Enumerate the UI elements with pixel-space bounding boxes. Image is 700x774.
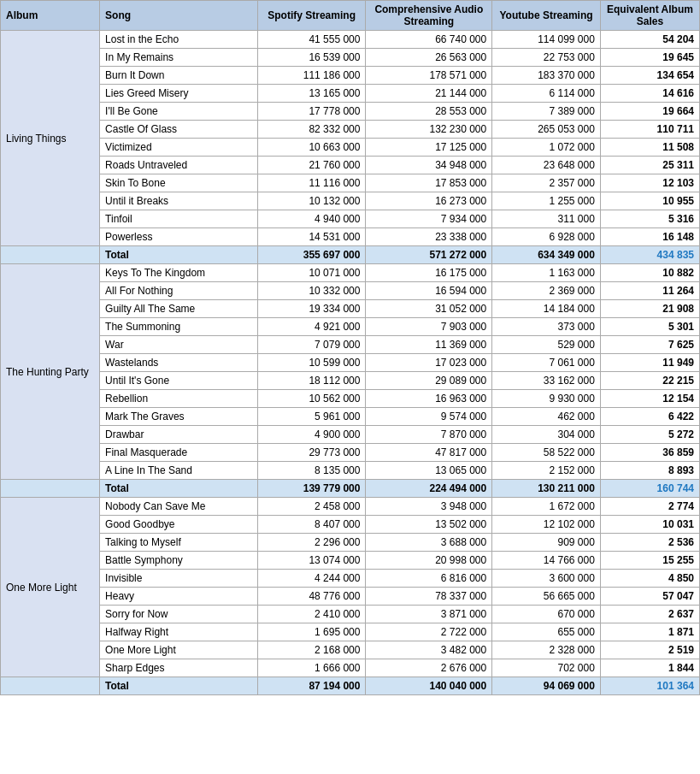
spotify-value: 21 760 000: [257, 157, 366, 174]
song-name: Sorry for Now: [100, 606, 258, 623]
total-row: Total87 194 000140 040 00094 069 000101 …: [1, 677, 700, 695]
spotify-value: 16 539 000: [257, 49, 366, 67]
table-row: Drawbar4 900 0007 870 000304 0005 272: [1, 426, 700, 444]
song-name: All For Nothing: [100, 282, 258, 300]
song-name: Guilty All The Same: [100, 300, 258, 318]
comprehensive-value: 21 144 000: [366, 85, 492, 103]
spotify-value: 11 116 000: [257, 174, 366, 192]
song-name: A Line In The Sand: [100, 462, 258, 480]
equivalent-value: 12 154: [600, 390, 699, 408]
spotify-value: 10 132 000: [257, 192, 366, 210]
song-name: Invisible: [100, 570, 258, 588]
comprehensive-value: 3 871 000: [366, 606, 492, 623]
table-row: Tinfoil4 940 0007 934 000311 0005 316: [1, 210, 700, 228]
song-name: Until it Breaks: [100, 192, 258, 210]
spotify-value: 8 135 000: [257, 462, 366, 480]
table-row: A Line In The Sand8 135 00013 065 0002 1…: [1, 462, 700, 480]
comprehensive-value: 13 065 000: [366, 462, 492, 480]
song-name: Keys To The Kingdom: [100, 264, 258, 282]
equivalent-value: 11 949: [600, 354, 699, 372]
equivalent-value: 5 272: [600, 426, 699, 444]
equivalent-value: 21 908: [600, 300, 699, 318]
table-row: Good Goodbye8 407 00013 502 00012 102 00…: [1, 516, 700, 534]
comprehensive-value: 66 740 000: [366, 31, 492, 49]
table-row: Wastelands10 599 00017 023 0007 061 0001…: [1, 354, 700, 372]
youtube-value: 183 370 000: [492, 67, 601, 85]
equivalent-value: 7 625: [600, 336, 699, 354]
equivalent-value: 36 859: [600, 444, 699, 462]
youtube-value: 14 766 000: [492, 552, 601, 570]
equivalent-value: 6 422: [600, 408, 699, 426]
song-name: Battle Symphony: [100, 552, 258, 570]
equivalent-value: 57 047: [600, 588, 699, 606]
total-label: [1, 677, 100, 695]
header-song: Song: [100, 1, 258, 31]
equivalent-value: 4 850: [600, 570, 699, 588]
equivalent-value: 10 955: [600, 192, 699, 210]
spotify-value: 7 079 000: [257, 336, 366, 354]
table-row: One More LightNobody Can Save Me2 458 00…: [1, 498, 700, 516]
spotify-value: 10 562 000: [257, 390, 366, 408]
comprehensive-value: 3 948 000: [366, 498, 492, 516]
equivalent-value: 22 215: [600, 372, 699, 390]
spotify-value: 19 334 000: [257, 300, 366, 318]
total-spotify: 355 697 000: [257, 246, 366, 264]
comprehensive-value: 7 870 000: [366, 426, 492, 444]
comprehensive-value: 7 903 000: [366, 318, 492, 336]
comprehensive-value: 13 502 000: [366, 516, 492, 534]
song-name: Victimized: [100, 139, 258, 157]
comprehensive-value: 17 125 000: [366, 139, 492, 157]
spotify-value: 41 555 000: [257, 31, 366, 49]
table-row: Rebellion10 562 00016 963 0009 930 00012…: [1, 390, 700, 408]
youtube-value: 655 000: [492, 623, 601, 641]
youtube-value: 265 053 000: [492, 121, 601, 139]
comprehensive-value: 7 934 000: [366, 210, 492, 228]
song-name: Lies Greed Misery: [100, 85, 258, 103]
youtube-value: 7 061 000: [492, 354, 601, 372]
spotify-value: 111 186 000: [257, 67, 366, 85]
equivalent-value: 19 645: [600, 49, 699, 67]
table-row: All For Nothing10 332 00016 594 0002 369…: [1, 282, 700, 300]
youtube-value: 1 255 000: [492, 192, 601, 210]
equivalent-value: 54 204: [600, 31, 699, 49]
comprehensive-value: 34 948 000: [366, 157, 492, 174]
table-row: I'll Be Gone17 778 00028 553 0007 389 00…: [1, 103, 700, 121]
spotify-value: 2 296 000: [257, 534, 366, 552]
table-row: Victimized10 663 00017 125 0001 072 0001…: [1, 139, 700, 157]
spotify-value: 5 961 000: [257, 408, 366, 426]
table-row: The Summoning4 921 0007 903 000373 0005 …: [1, 318, 700, 336]
equivalent-value: 2 519: [600, 641, 699, 659]
table-row: Guilty All The Same19 334 00031 052 0001…: [1, 300, 700, 318]
spotify-value: 2 168 000: [257, 641, 366, 659]
header-album: Album: [1, 1, 100, 31]
song-name: War: [100, 336, 258, 354]
youtube-value: 1 672 000: [492, 498, 601, 516]
comprehensive-value: 47 817 000: [366, 444, 492, 462]
comprehensive-value: 6 816 000: [366, 570, 492, 588]
header-comprehensive: Comprehensive Audio Streaming: [366, 1, 492, 31]
total-row: Total355 697 000571 272 000634 349 00043…: [1, 246, 700, 264]
song-name: The Summoning: [100, 318, 258, 336]
equivalent-value: 10 031: [600, 516, 699, 534]
total-song-label: Total: [100, 677, 258, 695]
total-comprehensive: 224 494 000: [366, 480, 492, 498]
equivalent-value: 16 148: [600, 228, 699, 246]
song-name: Lost in the Echo: [100, 31, 258, 49]
song-name: Powerless: [100, 228, 258, 246]
total-equivalent: 434 835: [600, 246, 699, 264]
comprehensive-value: 23 338 000: [366, 228, 492, 246]
comprehensive-value: 28 553 000: [366, 103, 492, 121]
total-equivalent: 101 364: [600, 677, 699, 695]
youtube-value: 12 102 000: [492, 516, 601, 534]
comprehensive-value: 2 722 000: [366, 623, 492, 641]
spotify-value: 1 666 000: [257, 659, 366, 677]
spotify-value: 10 663 000: [257, 139, 366, 157]
table-row: Until It's Gone18 112 00029 089 00033 16…: [1, 372, 700, 390]
table-row: Talking to Myself2 296 0003 688 000909 0…: [1, 534, 700, 552]
song-name: Mark The Graves: [100, 408, 258, 426]
equivalent-value: 1 844: [600, 659, 699, 677]
song-name: I'll Be Gone: [100, 103, 258, 121]
table-row: Lies Greed Misery13 165 00021 144 0006 1…: [1, 85, 700, 103]
spotify-value: 4 900 000: [257, 426, 366, 444]
song-name: Heavy: [100, 588, 258, 606]
